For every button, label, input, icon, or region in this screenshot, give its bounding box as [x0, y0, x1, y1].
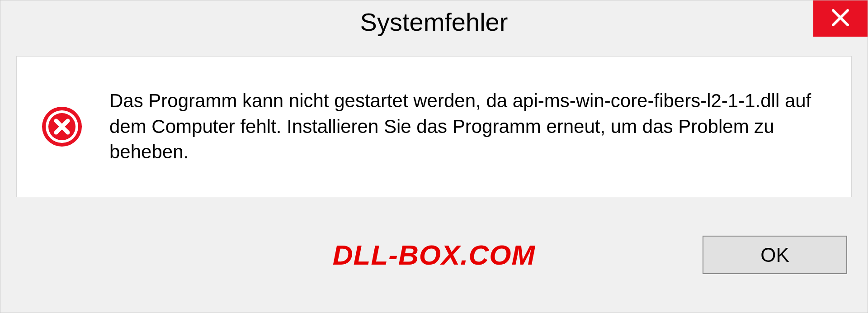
close-button[interactable] [813, 0, 868, 37]
dialog-footer: DLL-BOX.COM OK [0, 197, 868, 313]
dialog-title: Systemfehler [360, 7, 508, 37]
error-message: Das Programm kann nicht gestartet werden… [109, 88, 829, 165]
ok-button-label: OK [760, 244, 789, 266]
error-dialog: Systemfehler Das Programm kann nicht ges… [0, 0, 868, 313]
watermark-text: DLL-BOX.COM [333, 239, 535, 271]
error-icon [42, 106, 82, 147]
titlebar: Systemfehler [0, 0, 868, 43]
close-icon [830, 8, 850, 29]
dialog-content: Das Programm kann nicht gestartet werden… [16, 56, 852, 197]
ok-button[interactable]: OK [703, 236, 847, 274]
